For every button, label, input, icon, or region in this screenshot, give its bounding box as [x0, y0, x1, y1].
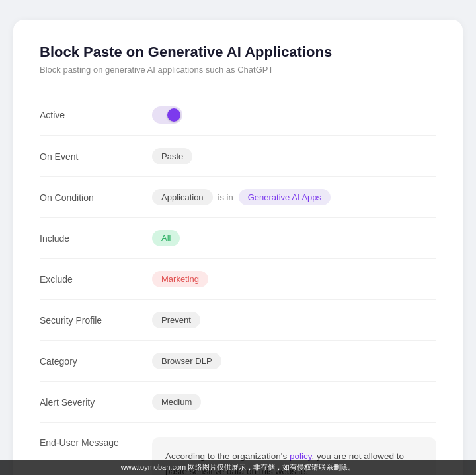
prevent-chip[interactable]: Prevent: [152, 312, 200, 328]
exclude-row: Exclude Marketing: [40, 259, 436, 300]
end-user-message-label: End-User Message: [40, 437, 152, 448]
active-row: Active: [40, 94, 436, 136]
category-content: Browser DLP: [152, 353, 221, 369]
active-content: [152, 106, 182, 124]
toggle-knob: [167, 108, 180, 122]
security-profile-row: Security Profile Prevent: [40, 300, 436, 341]
security-profile-content: Prevent: [152, 312, 200, 328]
generative-ai-apps-chip[interactable]: Generative AI Apps: [239, 189, 331, 205]
include-row: Include All: [40, 218, 436, 259]
category-label: Category: [40, 356, 152, 367]
alert-severity-content: Medium: [152, 394, 201, 410]
paste-chip[interactable]: Paste: [152, 148, 192, 164]
category-row: Category Browser DLP: [40, 341, 436, 382]
active-toggle[interactable]: [152, 106, 182, 124]
exclude-content: Marketing: [152, 271, 208, 287]
browser-dlp-chip[interactable]: Browser DLP: [152, 353, 221, 369]
page-subtitle: Block pasting on generative AI applicati…: [40, 65, 436, 75]
on-condition-row: On Condition Application is in Generativ…: [40, 177, 436, 218]
on-condition-content: Application is in Generative AI Apps: [152, 189, 331, 205]
all-chip[interactable]: All: [152, 230, 180, 246]
on-event-row: On Event Paste: [40, 136, 436, 177]
watermark: www.toymoban.com 网络图片仅供展示，非存储，如有侵权请联系删除。: [0, 460, 476, 475]
active-label: Active: [40, 110, 152, 120]
page-title: Block Paste on Generative AI Application…: [40, 44, 436, 61]
medium-chip[interactable]: Medium: [152, 394, 201, 410]
on-condition-label: On Condition: [40, 192, 152, 203]
alert-severity-row: Alert Severity Medium: [40, 382, 436, 423]
security-profile-label: Security Profile: [40, 315, 152, 326]
alert-severity-label: Alert Severity: [40, 397, 152, 408]
main-card: Block Paste on Generative AI Application…: [13, 20, 463, 475]
include-content: All: [152, 230, 180, 246]
on-event-content: Paste: [152, 148, 192, 164]
application-chip[interactable]: Application: [152, 189, 213, 205]
exclude-label: Exclude: [40, 274, 152, 285]
on-event-label: On Event: [40, 151, 152, 162]
include-label: Include: [40, 233, 152, 244]
marketing-chip[interactable]: Marketing: [152, 271, 208, 287]
is-in-operator: is in: [218, 192, 233, 202]
